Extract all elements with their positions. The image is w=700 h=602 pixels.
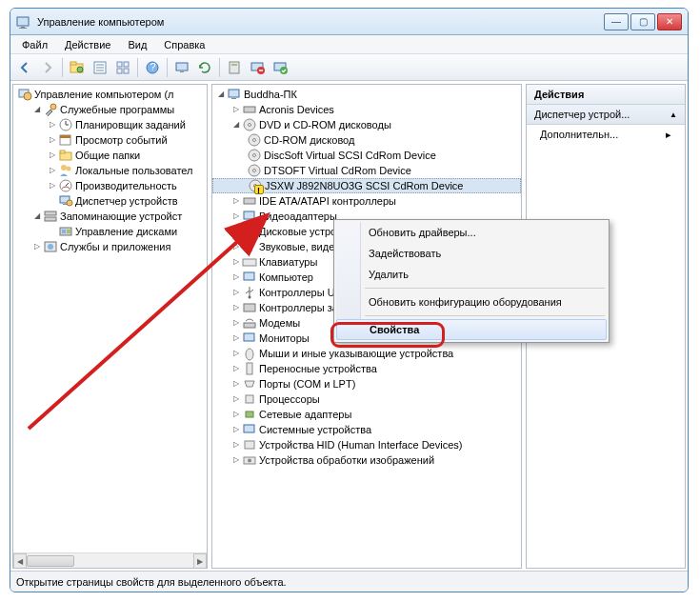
expand-icon[interactable]: ▷: [48, 136, 56, 145]
expand-icon[interactable]: ▷: [231, 289, 240, 297]
toolbar-help-button[interactable]: ?: [142, 57, 163, 78]
expand-icon[interactable]: ▷: [48, 151, 56, 160]
toolbar-device-button[interactable]: [224, 57, 245, 78]
collapse-icon[interactable]: ◢: [32, 106, 41, 114]
toolbar-uninstall-button[interactable]: [247, 57, 268, 78]
tree-performance[interactable]: ▷Производительность: [13, 178, 207, 193]
scroll-right-button[interactable]: ▶: [193, 553, 207, 569]
back-button[interactable]: [14, 57, 35, 78]
expand-icon[interactable]: ▷: [231, 426, 240, 434]
tree-imaging[interactable]: ▷Устройства обработки изображений: [212, 452, 521, 468]
minimize-button[interactable]: —: [604, 13, 629, 30]
collapse-icon[interactable]: ◢: [216, 90, 225, 99]
tree-computer-root[interactable]: ◢Buddha-ПК: [212, 87, 521, 102]
collapse-icon[interactable]: ▲: [670, 110, 677, 119]
tree-scheduler[interactable]: ▷Планировщик заданий: [13, 117, 207, 132]
tree-users[interactable]: ▷Локальные пользовател: [13, 163, 207, 178]
toolbar-folder-button[interactable]: [67, 57, 88, 78]
svg-point-67: [249, 296, 251, 299]
actions-subheader[interactable]: Диспетчер устрой... ▲: [527, 105, 685, 125]
expand-icon[interactable]: ▷: [231, 273, 240, 282]
tree-mice[interactable]: ▷Мыши и иные указывающие устройства: [212, 346, 521, 361]
expand-icon[interactable]: ▷: [231, 456, 240, 465]
tree-acronis[interactable]: ▷Acronis Devices: [212, 102, 521, 117]
left-tree[interactable]: Управление компьютером (л ◢Служебные про…: [13, 85, 207, 552]
expand-icon[interactable]: ▷: [231, 334, 240, 343]
tree-label: Управление компьютером (л: [34, 87, 174, 102]
collapse-icon[interactable]: ◢: [32, 212, 41, 221]
tree-jsxw-selected[interactable]: JSXW J892N8UO3G SCSI CdRom Device: [212, 178, 521, 193]
svg-point-57: [253, 154, 256, 157]
expand-icon[interactable]: ▷: [231, 243, 240, 251]
toolbar-refresh-button[interactable]: [194, 57, 215, 78]
expand-icon[interactable]: ▷: [231, 395, 240, 404]
tree-shared[interactable]: ▷Общие папки: [13, 148, 207, 163]
tree-portable[interactable]: ▷Переносные устройства: [212, 361, 521, 376]
svg-rect-68: [244, 304, 255, 311]
tree-label: Сетевые адаптеры: [259, 407, 351, 422]
expand-icon[interactable]: ▷: [231, 228, 240, 236]
cd-warning-icon: [248, 178, 263, 193]
tree-devmgr[interactable]: Диспетчер устройств: [13, 193, 207, 209]
tree-cpus[interactable]: ▷Процессоры: [212, 391, 521, 407]
toolbar-scan-button[interactable]: [270, 57, 290, 78]
scroll-left-button[interactable]: ◀: [13, 553, 27, 569]
expand-icon[interactable]: ▷: [231, 304, 240, 312]
tree-services[interactable]: ▷Службы и приложения: [13, 239, 207, 254]
collapse-icon[interactable]: ◢: [231, 121, 240, 130]
expand-icon[interactable]: ▷: [231, 380, 240, 389]
forward-button[interactable]: [37, 57, 58, 78]
expand-icon[interactable]: ▷: [231, 106, 240, 114]
svg-rect-45: [62, 230, 66, 233]
menu-view[interactable]: Вид: [120, 37, 154, 52]
cd-icon: [247, 132, 262, 148]
tree-dvdcd[interactable]: ◢DVD и CD-ROM дисководы: [212, 117, 521, 132]
expand-icon[interactable]: ▷: [231, 441, 240, 450]
ctx-enable[interactable]: Задействовать: [336, 243, 607, 264]
tree-eventviewer[interactable]: ▷Просмотр событий: [13, 132, 207, 148]
expand-icon[interactable]: ▷: [231, 319, 240, 328]
actions-more[interactable]: Дополнительн... ▸: [527, 125, 685, 145]
chevron-right-icon: ▸: [666, 129, 671, 141]
tree-root-mgmt[interactable]: Управление компьютером (л: [13, 87, 207, 102]
expand-icon[interactable]: ▷: [48, 182, 56, 191]
devmgr-icon: [58, 193, 73, 209]
tree-label: Общие папки: [75, 148, 140, 163]
tree-sysdev[interactable]: ▷Системные устройства: [212, 422, 521, 437]
ctx-delete[interactable]: Удалить: [336, 264, 607, 285]
toolbar-computer-icon[interactable]: [171, 57, 192, 78]
expand-icon[interactable]: ▷: [231, 411, 240, 419]
menu-file[interactable]: Файл: [14, 37, 55, 52]
scroll-thumb[interactable]: [27, 555, 74, 567]
tree-hid[interactable]: ▷Устройства HID (Human Interface Devices…: [212, 437, 521, 452]
left-scrollbar[interactable]: ◀ ▶: [13, 552, 207, 568]
expand-icon[interactable]: ▷: [32, 243, 41, 251]
close-button[interactable]: ✕: [657, 13, 682, 30]
expand-icon[interactable]: ▷: [231, 365, 240, 373]
tree-dtsoft[interactable]: DTSOFT Virtual CdRom Device: [212, 163, 521, 178]
svg-rect-43: [45, 217, 56, 221]
ctx-scan[interactable]: Обновить конфигурацию оборудования: [336, 291, 607, 312]
ctx-update-drivers[interactable]: Обновить драйверы...: [336, 222, 607, 243]
maximize-button[interactable]: ▢: [630, 13, 655, 30]
svg-rect-18: [230, 62, 239, 73]
svg-point-48: [48, 244, 53, 250]
ctx-properties[interactable]: Свойства: [336, 319, 607, 340]
tree-diskmgr[interactable]: Управление дисками: [13, 224, 207, 239]
toolbar-list-button[interactable]: [112, 57, 133, 78]
tree-ports[interactable]: ▷Порты (COM и LPT): [212, 376, 521, 391]
expand-icon[interactable]: ▷: [231, 212, 240, 221]
menu-help[interactable]: Справка: [156, 37, 212, 52]
tree-cdrom-drive[interactable]: CD-ROM дисковод: [212, 132, 521, 148]
toolbar-properties-button[interactable]: [90, 57, 110, 78]
tree-system-tools[interactable]: ◢Служебные программы: [13, 102, 207, 117]
tree-discsoft[interactable]: DiscSoft Virtual SCSI CdRom Device: [212, 148, 521, 163]
menu-action[interactable]: Действие: [57, 37, 118, 52]
expand-icon[interactable]: ▷: [231, 197, 240, 206]
expand-icon[interactable]: ▷: [231, 258, 240, 267]
tree-storage[interactable]: ◢Запоминающие устройст: [13, 209, 207, 224]
tree-network[interactable]: ▷Сетевые адаптеры: [212, 407, 521, 422]
expand-icon[interactable]: ▷: [231, 350, 240, 358]
expand-icon[interactable]: ▷: [48, 167, 56, 175]
expand-icon[interactable]: ▷: [48, 121, 56, 130]
